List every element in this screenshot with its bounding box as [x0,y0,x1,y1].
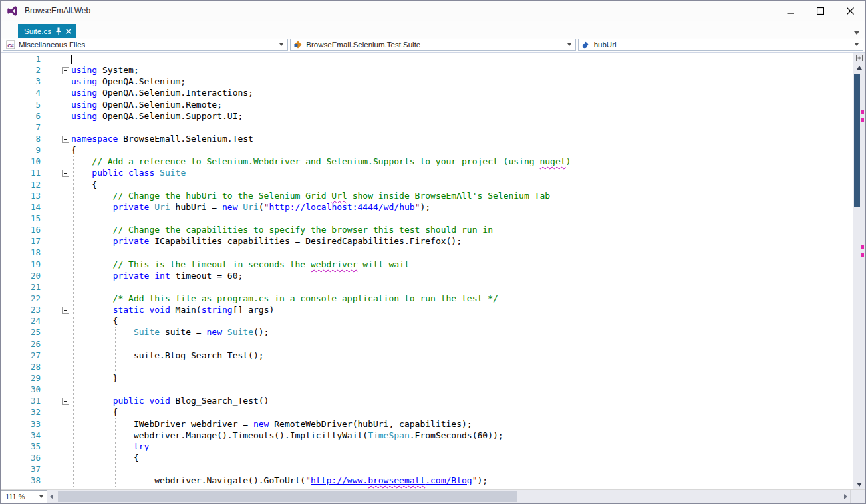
zoom-control[interactable]: 111 % [1,490,47,503]
line-number[interactable]: 14 [1,201,41,213]
line-number[interactable]: 24 [1,315,41,326]
code-text[interactable] [71,281,853,293]
code-text[interactable]: using OpenQA.Selenium.Support.UI; [71,110,853,122]
line-number[interactable]: 31 [1,395,41,406]
code-line[interactable]: 32 { [1,406,853,418]
code-line[interactable]: 34 webdriver.Manage().Timeouts().Implici… [1,430,853,441]
code-text[interactable]: { [71,315,853,326]
line-number[interactable]: 11 [1,167,41,178]
code-line[interactable]: 28 [1,361,853,372]
code-text[interactable]: { [71,144,853,156]
line-number[interactable]: 38 [1,475,41,486]
code-text[interactable]: Suite suite = new Suite(); [71,326,853,338]
line-number[interactable]: 33 [1,418,41,430]
maximize-button[interactable] [805,1,835,21]
line-number[interactable]: 35 [1,441,41,452]
fold-collapse-icon[interactable] [62,398,69,405]
line-number[interactable]: 2 [1,64,41,76]
code-line[interactable]: 5using OpenQA.Selenium.Remote; [1,99,853,110]
line-number[interactable]: 13 [1,190,41,201]
code-text[interactable]: namespace BrowseEmall.Selenium.Test [71,133,853,144]
line-number[interactable]: 37 [1,463,41,475]
code-line[interactable]: 12 { [1,179,853,190]
code-text[interactable]: // Add a reference to Selenium.Webdriver… [71,156,853,167]
code-line[interactable]: 23 static void Main(string[] args) [1,304,853,315]
code-text[interactable] [71,463,853,475]
horizontal-scrollbar[interactable] [47,490,850,503]
code-text[interactable] [71,361,853,372]
code-line[interactable]: 26 [1,338,853,350]
code-text[interactable]: private ICapabilities capabilities = Des… [71,235,853,247]
close-button[interactable] [835,1,865,21]
vertical-scrollbar[interactable] [853,53,865,489]
code-line[interactable]: 4using OpenQA.Selenium.Interactions; [1,87,853,98]
code-text[interactable]: // Change the capabilities to specify th… [71,224,853,235]
code-line[interactable]: 22 /* Add this file as program.cs in a c… [1,293,853,304]
scrollbar-split-button[interactable] [853,53,865,63]
code-line[interactable]: 17 private ICapabilities capabilities = … [1,235,853,247]
code-text[interactable]: suite.Blog_Search_Test(); [71,350,853,361]
line-number[interactable]: 12 [1,179,41,190]
code-text[interactable]: webdriver.Navigate().GoToUrl("http://www… [71,475,853,486]
code-line[interactable]: 15 [1,213,853,224]
code-line[interactable]: 7 [1,122,853,133]
line-number[interactable]: 32 [1,406,41,418]
fold-collapse-icon[interactable] [62,307,69,314]
code-line[interactable]: 1 [1,53,853,64]
code-text[interactable]: static void Main(string[] args) [71,304,853,315]
code-line[interactable]: 13 // Change the hubUri to the Selenium … [1,190,853,201]
line-number[interactable]: 16 [1,224,41,235]
code-line[interactable]: 38 webdriver.Navigate().GoToUrl("http://… [1,475,853,486]
line-number[interactable]: 5 [1,99,41,110]
line-number[interactable]: 25 [1,326,41,338]
line-number[interactable]: 1 [1,53,41,64]
code-line[interactable]: 25 Suite suite = new Suite(); [1,326,853,338]
code-line[interactable]: 20 private int timeout = 60; [1,270,853,281]
line-number[interactable]: 4 [1,87,41,98]
code-text[interactable] [71,213,853,224]
line-number[interactable]: 10 [1,156,41,167]
project-dropdown[interactable]: C# Miscellaneous Files [3,39,288,51]
line-number[interactable]: 28 [1,361,41,372]
fold-collapse-icon[interactable] [62,67,69,74]
code-text[interactable] [71,247,853,258]
code-line[interactable]: 30 [1,384,853,395]
line-number[interactable]: 26 [1,338,41,350]
h-scrollbar-thumb[interactable] [58,491,517,502]
code-line[interactable]: 29 } [1,372,853,384]
line-number[interactable]: 7 [1,122,41,133]
line-number[interactable]: 29 [1,372,41,384]
code-line[interactable]: 11 public class Suite [1,167,853,178]
code-line[interactable]: 27 suite.Blog_Search_Test(); [1,350,853,361]
code-text[interactable]: using OpenQA.Selenium.Interactions; [71,87,853,98]
code-line[interactable]: 18 [1,247,853,258]
code-text[interactable]: using OpenQA.Selenium; [71,76,853,87]
scroll-down-icon[interactable] [857,483,862,487]
code-text[interactable]: private Uri hubUri = new Uri("http://loc… [71,201,853,213]
line-number[interactable]: 34 [1,430,41,441]
tab-suite-cs[interactable]: Suite.cs [18,24,76,38]
code-text[interactable]: private int timeout = 60; [71,270,853,281]
code-text[interactable]: { [71,406,853,418]
code-text[interactable]: public class Suite [71,167,853,178]
code-text[interactable]: /* Add this file as program.cs in a cons… [71,293,853,304]
code-line[interactable]: 2using System; [1,64,853,76]
code-text[interactable]: { [71,452,853,463]
document-well-dropdown-icon[interactable] [854,31,859,35]
code-line[interactable]: 3using OpenQA.Selenium; [1,76,853,87]
code-area[interactable]: 12using System;3using OpenQA.Selenium;4u… [1,53,853,489]
code-text[interactable]: try [71,441,853,452]
pin-icon[interactable] [56,27,61,35]
line-number[interactable]: 3 [1,76,41,87]
line-number[interactable]: 23 [1,304,41,315]
line-number[interactable]: 22 [1,293,41,304]
code-text[interactable]: } [71,372,853,384]
line-number[interactable]: 19 [1,259,41,270]
code-line[interactable]: 35 try [1,441,853,452]
code-line[interactable]: 6using OpenQA.Selenium.Support.UI; [1,110,853,122]
code-line[interactable]: 37 [1,463,853,475]
code-text[interactable] [71,384,853,395]
code-line[interactable]: 31 public void Blog_Search_Test() [1,395,853,406]
line-number[interactable]: 17 [1,235,41,247]
line-number[interactable]: 6 [1,110,41,122]
